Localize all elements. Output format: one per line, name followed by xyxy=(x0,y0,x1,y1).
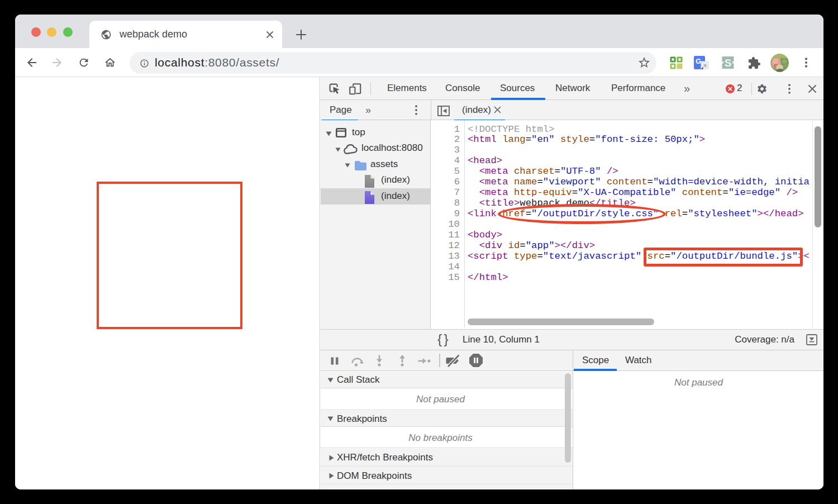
svg-text:G: G xyxy=(696,57,701,65)
svg-text:×: × xyxy=(703,62,707,69)
svg-text:S: S xyxy=(725,57,732,69)
